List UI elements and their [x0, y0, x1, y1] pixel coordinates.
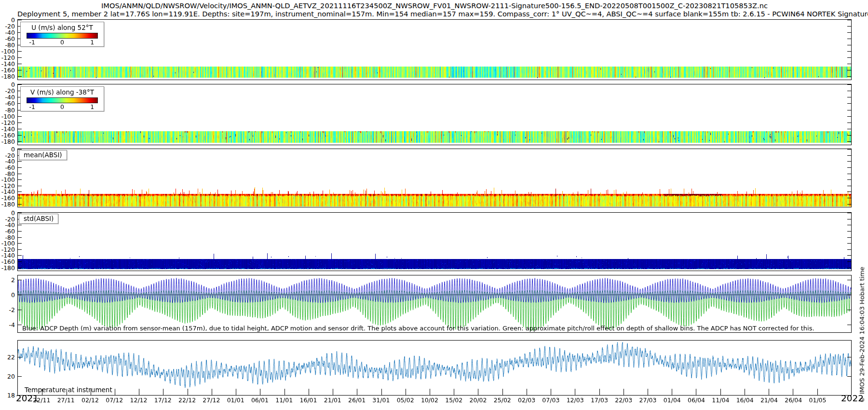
- y-tick-mark: [18, 198, 22, 198]
- y-tick-mark: [847, 76, 851, 77]
- x-tick-mark: [236, 389, 236, 395]
- y-tick-mark: [847, 174, 851, 174]
- y-tick-label: 20: [0, 373, 15, 380]
- x-tick-label: 01/04: [664, 396, 681, 404]
- y-tick-mark: [847, 91, 851, 91]
- copyright-watermark: © IMOS 29-Feb-2024 16:04:03 Hobart time: [858, 267, 866, 403]
- y-tick-mark: [18, 149, 22, 150]
- temperature-line: [18, 341, 851, 395]
- x-tick-mark: [333, 389, 333, 395]
- y-tick-label: 0: [0, 292, 15, 298]
- legend-title: V (m/s) along -38°T: [21, 87, 104, 96]
- x-tick-label: 17/03: [591, 396, 608, 404]
- x-tick-label: 16/01: [300, 396, 317, 404]
- y-tick-mark: [18, 167, 22, 168]
- y-tick-mark: [847, 45, 851, 45]
- x-tick-label: 05/02: [397, 396, 414, 404]
- x-tick-label: 26/04: [785, 396, 802, 404]
- x-tick-label: 12/03: [567, 396, 584, 404]
- y-tick-mark: [847, 225, 851, 225]
- y-tick-mark: [18, 255, 22, 256]
- colorbar-tick: -1: [29, 103, 35, 110]
- v-velocity-heatmap: [18, 84, 851, 145]
- x-tick-mark: [430, 389, 430, 395]
- colorbar-tick: 1: [90, 39, 94, 46]
- x-tick-label: 06/04: [688, 396, 705, 404]
- y-tick-mark: [847, 57, 851, 58]
- y-tick-mark: [18, 213, 22, 213]
- x-tick-label: 22/03: [615, 396, 632, 404]
- y-tick-mark: [18, 225, 22, 225]
- panel-std-absi: std(ABSI) 0-20-40-60-80-100-120-140-160-…: [17, 212, 852, 271]
- x-tick-label: 17/12: [154, 396, 172, 404]
- y-tick-mark: [847, 32, 851, 33]
- y-tick-mark: [18, 76, 22, 77]
- y-tick-mark: [847, 149, 851, 150]
- x-tick-label: 11/04: [712, 396, 729, 404]
- y-tick-mark: [847, 186, 851, 186]
- x-tick-mark: [599, 389, 600, 395]
- y-tick-label: -180: [0, 201, 15, 207]
- x-tick-label: 01/01: [227, 396, 244, 404]
- colorbar-tick: 1: [90, 103, 94, 110]
- y-tick-mark: [847, 280, 851, 280]
- y-tick-mark: [847, 295, 851, 295]
- x-tick-label: 02/12: [81, 396, 99, 404]
- y-tick-mark: [847, 179, 851, 180]
- x-tick-mark: [357, 389, 357, 395]
- y-tick-mark: [18, 204, 22, 205]
- y-tick-mark: [18, 51, 22, 52]
- depth-variation-note: Blue: ADCP Depth (m) variation from sens…: [22, 325, 814, 332]
- y-tick-mark: [18, 64, 22, 64]
- x-tick-label: 20/02: [469, 396, 487, 404]
- y-tick-mark: [847, 204, 851, 205]
- x-tick-mark: [454, 389, 454, 395]
- y-tick-mark: [847, 219, 851, 219]
- y-tick-mark: [18, 70, 22, 70]
- x-tick-label: 22/12: [178, 396, 196, 404]
- temperature-label: Temperature at instrument: [25, 386, 112, 394]
- figure-subtitle: Deployment 5, member 2 lat=17.76S lon=11…: [17, 10, 852, 18]
- y-tick-mark: [847, 141, 851, 142]
- y-tick-mark: [847, 376, 851, 377]
- y-tick-label: 2: [0, 277, 15, 283]
- y-tick-mark: [847, 51, 851, 52]
- x-tick-mark: [139, 389, 139, 395]
- y-tick-label: 22: [0, 354, 15, 360]
- y-tick-mark: [847, 116, 851, 117]
- x-tick-mark: [648, 389, 648, 395]
- y-tick-mark: [847, 198, 851, 198]
- colorbar-tick-labels: -1 0 1: [27, 103, 98, 111]
- x-tick-label: 27/11: [57, 396, 75, 404]
- u-colorbar-legend: U (m/s) along 52°T -1 0 1: [20, 22, 104, 47]
- y-tick-mark: [847, 129, 851, 129]
- x-tick-mark: [309, 389, 309, 395]
- y-tick-mark: [18, 116, 22, 117]
- x-tick-label: 07/12: [106, 396, 123, 404]
- y-tick-mark: [18, 174, 22, 174]
- x-tick-mark: [163, 389, 163, 395]
- y-tick-mark: [847, 70, 851, 70]
- y-tick-mark: [847, 310, 851, 310]
- x-tick-mark: [527, 389, 527, 395]
- x-tick-mark: [212, 389, 212, 395]
- y-tick-mark: [18, 261, 22, 262]
- y-tick-mark: [847, 249, 851, 250]
- x-tick-mark: [720, 389, 721, 395]
- y-tick-mark: [847, 231, 851, 232]
- y-tick-mark: [847, 110, 851, 110]
- x-tick-mark: [696, 389, 696, 395]
- y-tick-mark: [18, 186, 22, 186]
- x-tick-label: 07/03: [542, 396, 559, 404]
- y-tick-mark: [847, 64, 851, 64]
- y-tick-mark: [18, 243, 22, 244]
- colorbar-tick: 0: [60, 39, 64, 46]
- x-tick-label: 15/02: [445, 396, 462, 404]
- x-tick-label: 26/01: [348, 396, 366, 404]
- y-tick-mark: [847, 237, 851, 238]
- figure-title: IMOS/ANMN/QLD/NWSROW/Velocity/IMOS_ANMN-…: [17, 1, 852, 10]
- y-tick-mark: [18, 135, 22, 136]
- x-tick-mark: [381, 389, 382, 395]
- panel-label-std-absi: std(ABSI): [19, 214, 58, 224]
- y-tick-mark: [18, 179, 22, 180]
